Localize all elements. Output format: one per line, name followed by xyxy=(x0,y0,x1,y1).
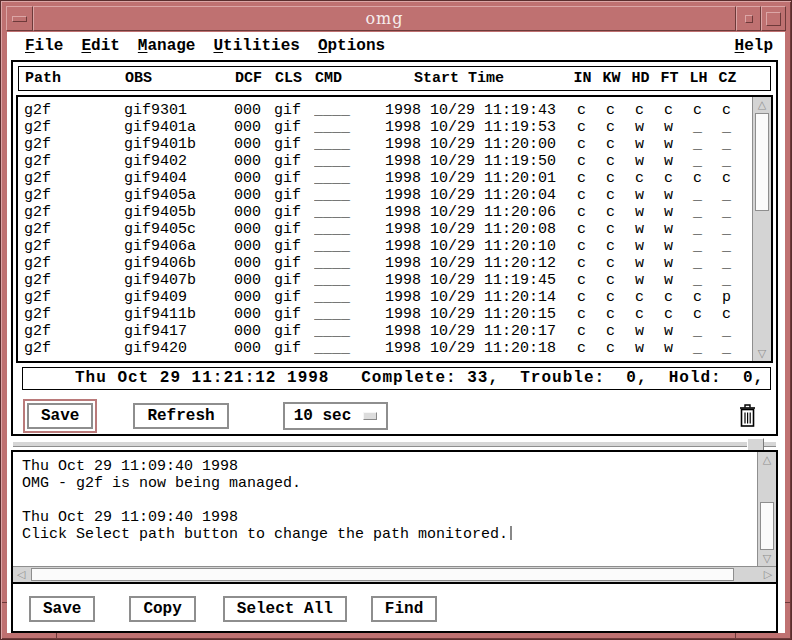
window-menu-button[interactable] xyxy=(6,6,33,31)
row-cell: _ xyxy=(712,272,741,289)
menu-item-manage[interactable]: Manage xyxy=(129,35,205,57)
row-cell: c xyxy=(567,170,596,187)
scroll-right-icon[interactable]: ▷ xyxy=(760,567,776,582)
header-kw: KW xyxy=(597,70,626,87)
menu-item-help[interactable]: Help xyxy=(723,35,785,57)
row-cell: c xyxy=(567,136,596,153)
row-cell: 000 xyxy=(234,255,274,272)
trash-button[interactable] xyxy=(738,403,757,428)
row-cell: gif9406b xyxy=(124,255,234,272)
row-cell: c xyxy=(596,255,625,272)
table-row[interactable]: g2fgif9420000gif____1998 10/29 11:20:18c… xyxy=(24,340,771,357)
row-cell: c xyxy=(567,204,596,221)
row-cell: w xyxy=(625,119,654,136)
row-cell: _ xyxy=(683,119,712,136)
maximize-icon xyxy=(766,12,781,26)
row-cell: 1998 10/29 11:20:01 xyxy=(385,170,567,187)
menu-item-utilities[interactable]: Utilities xyxy=(204,35,308,57)
row-cell: g2f xyxy=(24,153,124,170)
separator-bar xyxy=(13,441,776,447)
scroll-down-icon[interactable]: ▽ xyxy=(753,346,771,361)
row-cell: w xyxy=(654,255,683,272)
row-cell: gif9405a xyxy=(124,187,234,204)
log-save-button[interactable]: Save xyxy=(29,596,95,622)
header-hd: HD xyxy=(626,70,655,87)
table-scroll-thumb[interactable] xyxy=(755,113,769,211)
table-row[interactable]: g2fgif9401b000gif____1998 10/29 11:20:00… xyxy=(24,136,771,153)
menu-item-edit[interactable]: Edit xyxy=(72,35,128,57)
row-cell: gif xyxy=(274,221,314,238)
monitor-actions: Save Refresh 10 sec xyxy=(23,399,773,432)
frame-notch xyxy=(735,633,736,638)
window-title: omg xyxy=(33,6,736,31)
log-vertical-scrollbar[interactable]: △ ▽ xyxy=(757,452,776,566)
scroll-down-icon[interactable]: ▽ xyxy=(758,551,776,566)
row-cell: 000 xyxy=(234,289,274,306)
row-cell: c xyxy=(567,102,596,119)
table-row[interactable]: g2fgif9405a000gif____1998 10/29 11:20:04… xyxy=(24,187,771,204)
row-cell: gif xyxy=(274,289,314,306)
maximize-button[interactable] xyxy=(761,6,786,31)
row-cell: 000 xyxy=(234,323,274,340)
table-row[interactable]: g2fgif9407b000gif____1998 10/29 11:19:45… xyxy=(24,272,771,289)
job-list[interactable]: g2fgif9301000gif____1998 10/29 11:19:43c… xyxy=(16,95,773,363)
log-line: Thu Oct 29 11:09:40 1998 xyxy=(22,458,756,475)
header-obs: OBS xyxy=(125,70,235,87)
row-cell: w xyxy=(625,221,654,238)
row-cell: gif9401b xyxy=(124,136,234,153)
log-hscroll-thumb[interactable] xyxy=(31,568,734,581)
row-cell: c xyxy=(596,238,625,255)
row-cell: g2f xyxy=(24,289,124,306)
row-cell: ____ xyxy=(314,306,385,323)
interval-option-menu[interactable]: 10 sec xyxy=(283,402,389,430)
table-row[interactable]: g2fgif9404000gif____1998 10/29 11:20:01c… xyxy=(24,170,771,187)
scroll-up-icon[interactable]: △ xyxy=(758,452,776,467)
menu-item-file[interactable]: File xyxy=(16,35,72,57)
row-cell: g2f xyxy=(24,102,124,119)
minimize-button[interactable] xyxy=(736,6,761,31)
row-cell: c xyxy=(596,136,625,153)
table-row[interactable]: g2fgif9406b000gif____1998 10/29 11:20:12… xyxy=(24,255,771,272)
menu-item-options[interactable]: Options xyxy=(309,35,394,57)
refresh-button[interactable]: Refresh xyxy=(133,403,228,429)
table-row[interactable]: g2fgif9411b000gif____1998 10/29 11:20:15… xyxy=(24,306,771,323)
log-scroll-thumb[interactable] xyxy=(760,502,774,550)
row-cell: g2f xyxy=(24,187,124,204)
row-cell: gif9402 xyxy=(124,153,234,170)
row-cell: 000 xyxy=(234,221,274,238)
table-row[interactable]: g2fgif9406a000gif____1998 10/29 11:20:10… xyxy=(24,238,771,255)
row-cell: gif9409 xyxy=(124,289,234,306)
row-cell: _ xyxy=(683,238,712,255)
row-cell: gif9405c xyxy=(124,221,234,238)
interval-value: 10 sec xyxy=(294,407,352,425)
table-row[interactable]: g2fgif9405c000gif____1998 10/29 11:20:08… xyxy=(24,221,771,238)
row-cell: c xyxy=(683,102,712,119)
scroll-left-icon[interactable]: ◁ xyxy=(13,567,29,582)
row-cell: c xyxy=(567,187,596,204)
header-path: Path xyxy=(25,70,125,87)
row-cell: g2f xyxy=(24,204,124,221)
window-menu-icon xyxy=(12,16,27,22)
table-vertical-scrollbar[interactable]: △ ▽ xyxy=(752,97,771,361)
find-button[interactable]: Find xyxy=(371,596,437,622)
table-row[interactable]: g2fgif9417000gif____1998 10/29 11:20:17c… xyxy=(24,323,771,340)
table-row[interactable]: g2fgif9301000gif____1998 10/29 11:19:43c… xyxy=(24,102,771,119)
table-row[interactable]: g2fgif9409000gif____1998 10/29 11:20:14c… xyxy=(24,289,771,306)
row-cell: ____ xyxy=(314,323,385,340)
scroll-up-icon[interactable]: △ xyxy=(753,97,771,112)
table-row[interactable]: g2fgif9402000gif____1998 10/29 11:19:50c… xyxy=(24,153,771,170)
row-cell: c xyxy=(654,170,683,187)
save-button[interactable]: Save xyxy=(27,403,93,429)
log-text-area[interactable]: Thu Oct 29 11:09:40 1998OMG - g2f is now… xyxy=(13,452,756,566)
titlebar[interactable]: omg xyxy=(6,6,786,31)
table-row[interactable]: g2fgif9405b000gif____1998 10/29 11:20:06… xyxy=(24,204,771,221)
log-horizontal-scrollbar[interactable]: ◁ ▷ xyxy=(13,566,776,582)
row-cell: w xyxy=(654,323,683,340)
table-row[interactable]: g2fgif9401a000gif____1998 10/29 11:19:53… xyxy=(24,119,771,136)
copy-button[interactable]: Copy xyxy=(129,596,195,622)
minimize-icon xyxy=(745,15,753,23)
row-cell: _ xyxy=(712,204,741,221)
row-cell: g2f xyxy=(24,306,124,323)
select-all-button[interactable]: Select All xyxy=(223,596,347,622)
row-cell: g2f xyxy=(24,170,124,187)
